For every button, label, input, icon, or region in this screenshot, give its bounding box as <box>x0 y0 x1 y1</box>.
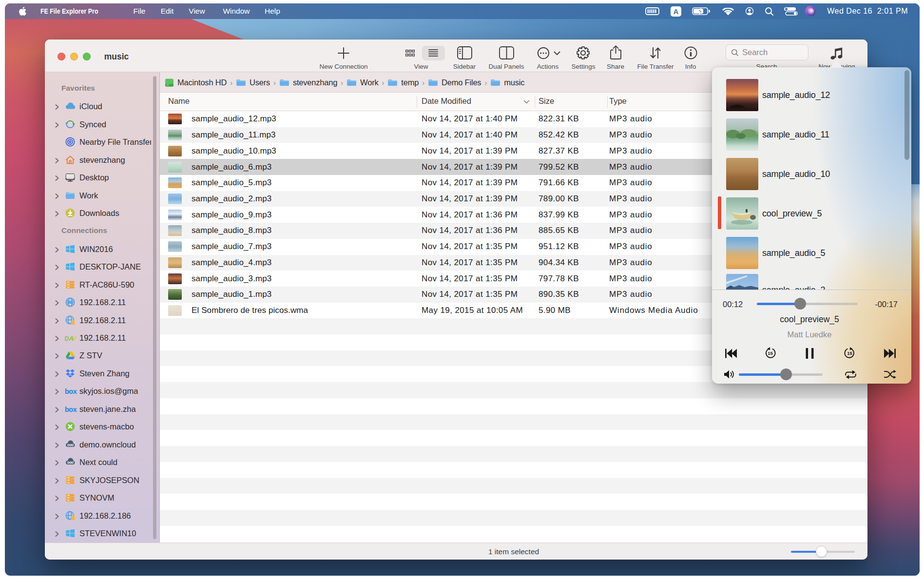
svg-text:box: box <box>65 388 77 395</box>
svg-text:V: V <box>72 335 77 342</box>
svg-text:15: 15 <box>768 350 773 356</box>
svg-text:box: box <box>65 405 77 413</box>
svg-text:15: 15 <box>847 350 852 356</box>
